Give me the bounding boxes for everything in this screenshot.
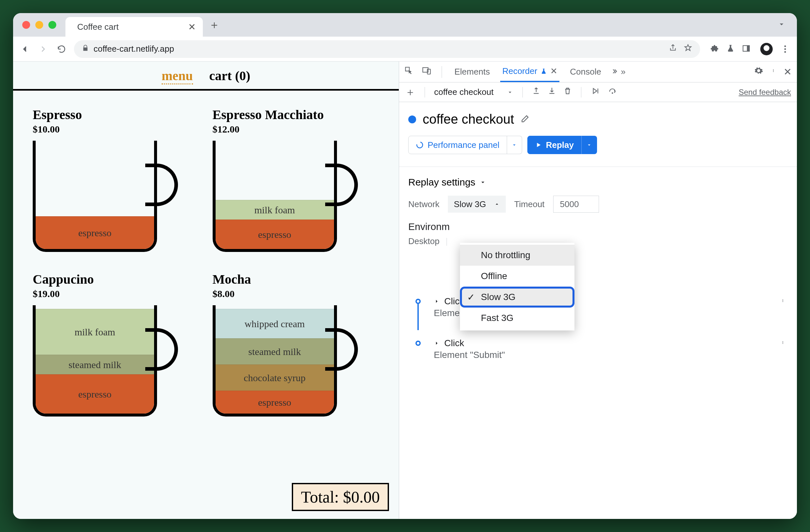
new-recording-button[interactable]: ＋ — [405, 85, 416, 99]
cup-graphic: whipped creamsteamed milkchocolate syrup… — [213, 305, 357, 417]
product-name: Mocha — [213, 272, 379, 287]
product-price: $19.00 — [33, 288, 199, 300]
step-play-icon[interactable] — [590, 87, 600, 97]
recording-select[interactable]: coffee checkout — [434, 87, 513, 97]
share-icon[interactable] — [669, 44, 677, 54]
timeout-input[interactable]: 5000 — [553, 196, 599, 213]
close-devtools-button[interactable]: ✕ — [783, 66, 792, 78]
network-option[interactable]: Offline — [460, 266, 574, 287]
device-mode-icon[interactable] — [422, 66, 431, 78]
total-box[interactable]: Total: $0.00 — [292, 483, 389, 511]
network-option[interactable]: No throttling — [460, 245, 574, 266]
minimize-window-button[interactable] — [35, 21, 43, 29]
export-icon[interactable] — [532, 87, 540, 97]
nav-cart-link[interactable]: cart (0) — [209, 68, 250, 84]
content-area: menu cart (0) Espresso$10.00espressoEspr… — [13, 62, 797, 519]
tab-overflow-button[interactable] — [777, 20, 786, 30]
tab-recorder[interactable]: Recorder ✕ — [500, 62, 560, 82]
replay-dropdown[interactable] — [581, 136, 597, 154]
cup-layer: milk foam — [215, 200, 334, 220]
network-select[interactable]: Slow 3G — [448, 196, 505, 213]
extensions-icon[interactable] — [710, 44, 719, 54]
tab-console[interactable]: Console — [568, 62, 603, 82]
browser-menu-button[interactable] — [779, 43, 791, 55]
svg-point-17 — [782, 343, 783, 344]
fullscreen-window-button[interactable] — [48, 21, 56, 29]
forward-button[interactable] — [37, 43, 49, 55]
svg-point-3 — [784, 48, 786, 50]
send-feedback-link[interactable]: Send feedback — [739, 88, 791, 97]
devtools-menu-button[interactable] — [772, 66, 775, 78]
devtools-panel: Elements Recorder ✕ Console » ✕ ＋ — [399, 62, 797, 519]
inspect-icon[interactable] — [404, 66, 414, 78]
back-button[interactable] — [19, 43, 31, 55]
replay-settings-heading[interactable]: Replay settings — [408, 177, 788, 188]
cup-layer: steamed milk — [36, 355, 154, 374]
replay-button[interactable]: Replay — [527, 136, 581, 154]
side-panel-icon[interactable] — [742, 44, 750, 54]
product-price: $12.00 — [213, 124, 379, 135]
svg-point-11 — [417, 142, 423, 148]
browser-tab[interactable]: Coffee cart ✕ — [65, 17, 203, 37]
product-card[interactable]: Espresso$10.00espresso — [33, 107, 199, 252]
new-tab-button[interactable]: ＋ — [209, 17, 220, 32]
step-menu-button[interactable] — [781, 296, 784, 308]
url-text: coffee-cart.netlify.app — [94, 44, 174, 54]
svg-point-8 — [773, 70, 774, 71]
product-name: Espresso Macchiato — [213, 107, 379, 123]
environment-heading: Environm — [408, 221, 788, 232]
settings-icon[interactable] — [754, 66, 763, 78]
cup-layer: whipped cream — [215, 309, 334, 338]
svg-point-2 — [784, 45, 786, 47]
tab-elements[interactable]: Elements — [452, 62, 492, 82]
product-card[interactable]: Espresso Macchiato$12.00milk foamespress… — [213, 107, 379, 252]
performance-panel-dropdown[interactable] — [507, 136, 522, 154]
product-card[interactable]: Mocha$8.00whipped creamsteamed milkchoco… — [213, 272, 379, 417]
extension-icons — [710, 44, 750, 54]
product-name: Espresso — [33, 107, 199, 123]
bookmark-icon[interactable] — [684, 44, 692, 54]
delete-icon[interactable] — [563, 87, 572, 97]
timeout-label: Timeout — [514, 199, 545, 209]
edit-title-icon[interactable] — [520, 114, 530, 125]
cup-layer: espresso — [36, 216, 154, 249]
svg-point-15 — [782, 341, 783, 342]
more-tabs-button[interactable]: » — [612, 67, 626, 77]
svg-point-9 — [773, 71, 774, 72]
recording-step[interactable]: ClickElement "Submit" — [408, 334, 788, 364]
nav-menu-link[interactable]: menu — [162, 68, 193, 84]
profile-avatar[interactable] — [760, 43, 773, 55]
recording-title: coffee checkout — [423, 112, 514, 127]
cup-layer: espresso — [215, 391, 334, 414]
product-price: $8.00 — [213, 288, 379, 300]
step-action: Click — [444, 338, 464, 349]
product-grid: Espresso$10.00espressoEspresso Macchiato… — [13, 91, 399, 433]
recorder-body: coffee checkout Performance panel Replay — [399, 102, 797, 519]
cup-layer: espresso — [215, 220, 334, 249]
close-recorder-tab[interactable]: ✕ — [550, 66, 557, 76]
svg-point-13 — [782, 300, 783, 301]
cup-layer: espresso — [36, 374, 154, 414]
network-option[interactable]: ✓Slow 3G — [460, 287, 574, 308]
environment-value: Desktop — [408, 236, 439, 246]
cup-layer: steamed milk — [215, 338, 334, 365]
network-dropdown-popup: No throttlingOffline✓Slow 3GFast 3G — [460, 243, 574, 331]
performance-panel-button[interactable]: Performance panel — [408, 136, 507, 154]
close-tab-button[interactable]: ✕ — [188, 21, 196, 32]
svg-point-7 — [773, 69, 774, 70]
step-over-icon[interactable] — [608, 87, 617, 97]
recording-status-dot — [408, 115, 416, 123]
network-option[interactable]: Fast 3G — [460, 308, 574, 328]
product-name: Cappucino — [33, 272, 199, 287]
reload-button[interactable] — [55, 43, 67, 55]
address-bar[interactable]: coffee-cart.netlify.app — [74, 40, 700, 58]
cup-layer: milk foam — [36, 309, 154, 355]
import-icon[interactable] — [548, 87, 556, 97]
close-window-button[interactable] — [22, 21, 30, 29]
step-menu-button[interactable] — [781, 338, 784, 350]
lock-icon — [82, 44, 89, 54]
recorder-toolbar: ＋ coffee checkout Send feedback — [399, 82, 797, 102]
product-card[interactable]: Cappucino$19.00milk foamsteamed milkespr… — [33, 272, 199, 417]
labs-icon[interactable] — [726, 44, 735, 54]
svg-rect-1 — [747, 46, 749, 51]
